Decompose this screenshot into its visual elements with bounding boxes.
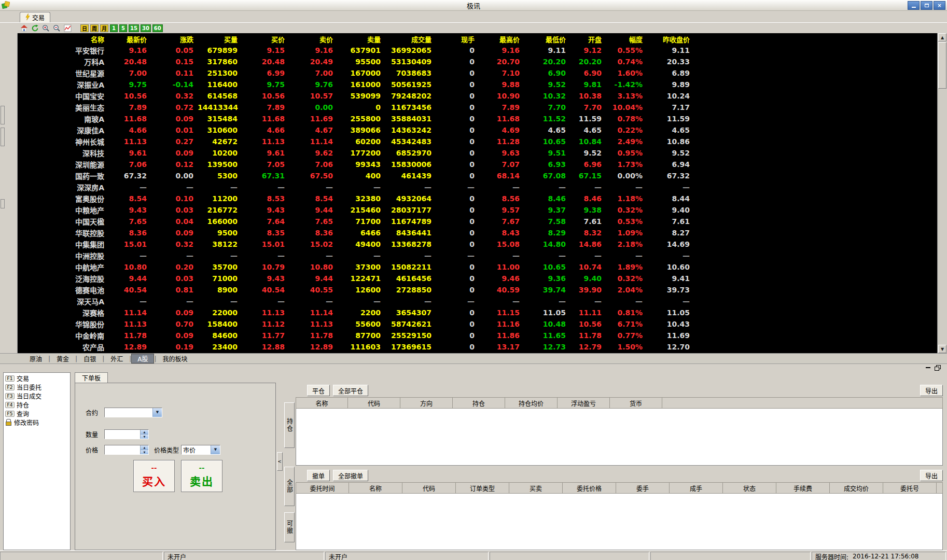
quote-row[interactable]: 中国天楹7.650.041660007.647.6571700116747890… <box>18 216 937 227</box>
buy-button[interactable]: -- 买入 <box>133 460 175 492</box>
positions-column-header[interactable]: 持仓 <box>453 397 505 409</box>
scrollbar-thumb[interactable] <box>938 42 946 89</box>
zoom-in-icon[interactable] <box>41 24 50 33</box>
menu-item-positions[interactable]: F4持仓 <box>4 400 70 409</box>
quote-row[interactable]: 泛海控股9.440.03710009.439.44122471461645609… <box>18 273 937 284</box>
contract-select[interactable]: ▼ <box>104 408 162 417</box>
quote-row[interactable]: 农产品12.890.192340012.8812.891116031736961… <box>18 341 937 353</box>
positions-column-header[interactable]: 货币 <box>610 397 662 409</box>
quote-row[interactable]: 南玻A11.680.0931548411.6811.69255800358840… <box>18 113 937 124</box>
export-orders-button[interactable]: 导出 <box>920 470 943 481</box>
dock-tab[interactable] <box>1 199 5 208</box>
sell-button[interactable]: -- 卖出 <box>181 460 222 492</box>
quote-row[interactable]: 世纪星源7.000.112513006.997.0016700070386830… <box>18 67 937 79</box>
chevron-down-icon[interactable]: ▼ <box>211 445 220 454</box>
tab-cancelable-orders[interactable]: 可撤 <box>284 512 295 542</box>
orders-column-header[interactable]: 状态 <box>723 482 776 494</box>
pane-splitter[interactable] <box>0 363 947 371</box>
export-positions-button[interactable]: 导出 <box>920 385 943 396</box>
positions-column-header[interactable]: 浮动盈亏 <box>558 397 610 409</box>
scroll-up-icon[interactable]: ▲ <box>938 33 946 41</box>
column-header[interactable]: 买量 <box>198 33 242 45</box>
column-header[interactable]: 卖量 <box>337 33 385 45</box>
tab-all-orders[interactable]: 全部 <box>284 467 295 506</box>
quote-row[interactable]: 中航地产10.800.203570010.7910.80373001508221… <box>18 261 937 273</box>
period-button-5min[interactable]: 5 <box>119 24 127 32</box>
cancel-order-button[interactable]: 撤单 <box>307 470 330 481</box>
orders-column-header[interactable]: 买卖 <box>509 482 563 494</box>
chart-icon[interactable] <box>63 24 72 33</box>
dock-tab[interactable] <box>1 128 5 146</box>
column-header[interactable]: 幅度 <box>606 33 647 45</box>
period-button-day[interactable]: 日 <box>80 24 89 32</box>
price-stepper[interactable]: ▲ ▼ <box>104 445 149 455</box>
orders-column-header[interactable]: 委托号 <box>883 482 937 494</box>
period-button-15min[interactable]: 15 <box>129 24 139 32</box>
quote-row[interactable]: 德赛电池40.540.81890040.5440.551260027288500… <box>18 284 937 296</box>
quote-row[interactable]: 深天马A————————————— <box>18 296 937 307</box>
positions-column-header[interactable]: 名称 <box>296 397 348 409</box>
orders-column-header[interactable]: 订单类型 <box>456 482 509 494</box>
quote-row[interactable]: 中金岭南11.780.098460011.7711.78877002552915… <box>18 330 937 341</box>
spin-down-icon[interactable]: ▼ <box>141 450 148 454</box>
close-position-button[interactable]: 平仓 <box>307 385 330 396</box>
market-tab-crude-oil[interactable]: 原油 <box>23 354 48 363</box>
quote-row[interactable]: 中国宝安10.560.3261456810.5610.5753909979248… <box>18 90 937 102</box>
column-header[interactable]: 现手 <box>436 33 479 45</box>
spin-up-icon[interactable]: ▲ <box>141 445 148 450</box>
quantity-stepper[interactable]: ▲ ▼ <box>104 429 149 439</box>
orders-column-header[interactable]: 成手 <box>670 482 723 494</box>
quote-row[interactable]: 深振业A9.75-0.141164009.759.761610005056192… <box>18 79 937 90</box>
market-tab-my-boards[interactable]: 我的板块 <box>157 354 194 363</box>
close-icon[interactable]: × <box>934 1 945 10</box>
collapse-left-icon[interactable]: < <box>277 452 283 471</box>
period-button-60min[interactable]: 60 <box>152 24 163 32</box>
cancel-all-orders-button[interactable]: 全部撤单 <box>333 470 368 481</box>
column-header[interactable]: 开盘 <box>570 33 606 45</box>
orders-column-header[interactable]: 成交均价 <box>830 482 883 494</box>
dock-tab[interactable] <box>1 106 5 124</box>
spin-down-icon[interactable]: ▼ <box>141 435 148 439</box>
chevron-down-icon[interactable]: ▼ <box>152 408 162 417</box>
tab-positions[interactable]: 持仓 <box>284 402 295 448</box>
quote-row[interactable]: 中粮地产9.430.032167729.439.4421546028037177… <box>18 204 937 216</box>
quote-row[interactable]: 美丽生态7.890.72144133447.890.0001167345607.… <box>18 102 937 113</box>
menu-item-query[interactable]: F5查询 <box>4 409 70 418</box>
quote-row[interactable]: 中集集团15.010.323812215.0115.02494001336827… <box>18 239 937 250</box>
quote-row[interactable]: 万科A20.480.1531786020.4820.49955005313040… <box>18 56 937 67</box>
menu-item-change-password[interactable]: 修改密码 <box>4 418 70 427</box>
orders-column-header[interactable]: 手续费 <box>776 482 830 494</box>
column-header[interactable]: 昨收盘价 <box>647 33 694 45</box>
column-header[interactable]: 名称 <box>18 33 108 45</box>
quote-row[interactable]: 华锦股份11.130.7015840011.1211.1355600587426… <box>18 318 937 330</box>
quote-row[interactable]: 神州长城11.130.274267211.1311.14602004534248… <box>18 136 937 147</box>
vertical-splitter[interactable]: < <box>276 372 283 550</box>
quote-row[interactable]: 中洲控股————————————— <box>18 250 937 261</box>
zoom-out-icon[interactable] <box>52 24 61 33</box>
market-tab-forex[interactable]: 外汇 <box>104 354 129 363</box>
quote-row[interactable]: 国药一致67.320.00530067.3167.50400461439068.… <box>18 170 937 181</box>
period-button-week[interactable]: 周 <box>90 24 99 32</box>
quote-row[interactable]: 华联控股8.360.0995008.358.366466843644108.43… <box>18 227 937 239</box>
positions-column-header[interactable]: 方向 <box>400 397 453 409</box>
quote-row[interactable]: 深康佳A4.660.013106004.664.6738906614363242… <box>18 124 937 136</box>
column-header[interactable]: 最高价 <box>479 33 524 45</box>
quote-row[interactable]: 深赛格11.140.092200011.1311.142200365430701… <box>18 307 937 318</box>
market-tab-a-shares[interactable]: A股 <box>131 354 154 363</box>
quote-row[interactable]: 深深房A————————————— <box>18 181 937 193</box>
minimize-icon[interactable] <box>908 1 920 10</box>
column-header[interactable]: 最新价 <box>108 33 151 45</box>
pane-restore-icon[interactable] <box>935 365 941 371</box>
positions-column-header[interactable]: 持仓均价 <box>505 397 558 409</box>
column-header[interactable]: 成交量 <box>385 33 436 45</box>
orders-column-header[interactable]: 代码 <box>402 482 456 494</box>
orders-column-header[interactable]: 名称 <box>349 482 402 494</box>
quote-row[interactable]: 富奥股份8.540.10112008.538.5432380493206408.… <box>18 193 937 204</box>
quote-scrollbar[interactable]: ▲ ▼ <box>937 33 947 353</box>
maximize-icon[interactable] <box>921 1 932 10</box>
menu-item-today-orders[interactable]: F2当日委托 <box>4 383 70 391</box>
quote-row[interactable]: 平安银行9.160.056798999.159.1663790136992065… <box>18 45 937 56</box>
refresh-icon[interactable] <box>31 24 39 33</box>
spin-up-icon[interactable]: ▲ <box>141 430 148 435</box>
period-button-1min[interactable]: 1 <box>110 24 118 32</box>
